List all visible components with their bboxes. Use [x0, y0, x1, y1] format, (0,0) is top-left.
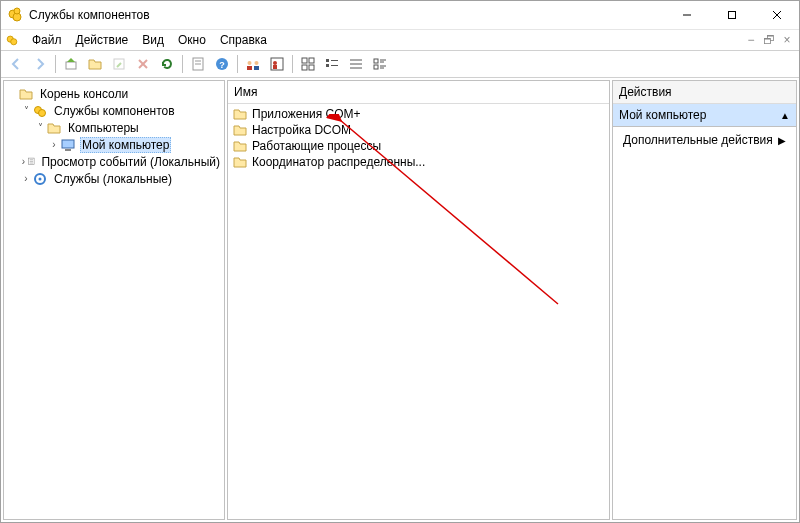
action-more-label: Дополнительные действия: [623, 133, 773, 147]
tree-row-label: Службы (локальные): [52, 172, 174, 186]
help-icon[interactable]: ?: [211, 53, 233, 75]
menu-help[interactable]: Справка: [213, 32, 274, 48]
close-button[interactable]: [754, 1, 799, 29]
svg-point-51: [39, 177, 42, 180]
details-view-icon[interactable]: [345, 53, 367, 75]
menubar: Файл Действие Вид Окно Справка − 🗗 ×: [1, 30, 799, 50]
twisty-icon[interactable]: ˅: [20, 105, 32, 116]
tree-row-label: Службы компонентов: [52, 104, 177, 118]
list-item-label: Приложения COM+: [252, 107, 361, 121]
actions-subheader[interactable]: Мой компьютер ▲: [613, 104, 796, 127]
folder-icon: [232, 122, 248, 138]
list-item[interactable]: Приложения COM+: [232, 106, 605, 122]
menu-action[interactable]: Действие: [69, 32, 136, 48]
svg-point-21: [255, 61, 259, 65]
titlebar: Службы компонентов: [1, 1, 799, 30]
folder-icon: [18, 86, 34, 102]
forward-icon[interactable]: [29, 53, 51, 75]
back-icon[interactable]: [5, 53, 27, 75]
window: Службы компонентов Файл Действие Вид Окн…: [0, 0, 800, 523]
folder-open-icon[interactable]: [84, 53, 106, 75]
tree: Корень консоли˅Службы компонентов˅Компью…: [4, 81, 224, 191]
action-more[interactable]: Дополнительные действия ▶: [613, 127, 796, 153]
tree-row[interactable]: ›Мой компьютер: [6, 136, 222, 153]
toolbar-separator: [292, 55, 293, 73]
properties-icon[interactable]: [187, 53, 209, 75]
list-header[interactable]: Имя: [228, 81, 609, 104]
twisty-icon[interactable]: ›: [48, 139, 60, 150]
tree-row-label: Мой компьютер: [80, 137, 171, 153]
icons-view-icon[interactable]: [297, 53, 319, 75]
app-icon-small: [5, 33, 19, 47]
mdi-close[interactable]: ×: [779, 32, 795, 48]
people-icon[interactable]: [242, 53, 264, 75]
svg-rect-29: [326, 59, 329, 62]
folder-icon: [232, 154, 248, 170]
list-item-label: Настройка DCOM: [252, 123, 351, 137]
svg-point-8: [11, 39, 17, 45]
twisty-icon[interactable]: ›: [20, 156, 27, 167]
tree-row[interactable]: ˅Компьютеры: [6, 119, 222, 136]
folder-icon: [46, 120, 62, 136]
delete-icon[interactable]: [132, 53, 154, 75]
svg-rect-24: [273, 65, 277, 69]
tree-row-label: Просмотр событий (Локальный): [39, 155, 222, 169]
user-view-icon[interactable]: [266, 53, 288, 75]
tree-row[interactable]: Корень консоли: [6, 85, 222, 102]
refresh-icon[interactable]: [156, 53, 178, 75]
actions-pane: Действия Мой компьютер ▲ Дополнительные …: [612, 80, 797, 520]
svg-rect-4: [728, 12, 735, 19]
tree-row[interactable]: ˅Службы компонентов: [6, 102, 222, 119]
twisty-icon[interactable]: ˅: [34, 122, 46, 133]
svg-point-23: [273, 61, 277, 65]
list-item[interactable]: Настройка DCOM: [232, 122, 605, 138]
computer-icon: [60, 137, 76, 153]
list-item[interactable]: Работающие процессы: [232, 138, 605, 154]
twisty-icon[interactable]: ›: [20, 173, 32, 184]
list-item-label: Координатор распределенны...: [252, 155, 425, 169]
list-view-icon[interactable]: [321, 53, 343, 75]
menu-window[interactable]: Окно: [171, 32, 213, 48]
mdi-restore[interactable]: 🗗: [761, 32, 777, 48]
list-item[interactable]: Координатор распределенны...: [232, 154, 605, 170]
tree-row-label: Корень консоли: [38, 87, 130, 101]
actions-subheader-label: Мой компьютер: [619, 108, 706, 122]
toolbar-separator: [182, 55, 183, 73]
mdi-minimize[interactable]: −: [743, 32, 759, 48]
tree-row-label: Компьютеры: [66, 121, 141, 135]
svg-rect-27: [302, 65, 307, 70]
svg-rect-26: [309, 58, 314, 63]
menu-view[interactable]: Вид: [135, 32, 171, 48]
window-controls: [664, 1, 799, 29]
list-item-label: Работающие процессы: [252, 139, 381, 153]
folder-icon: [232, 138, 248, 154]
tiles-view-icon[interactable]: [369, 53, 391, 75]
svg-point-2: [14, 8, 20, 14]
folder-icon: [232, 106, 248, 122]
svg-rect-31: [326, 64, 329, 67]
app-icon: [7, 7, 23, 23]
toolbar: ?: [1, 50, 799, 78]
maximize-button[interactable]: [709, 1, 754, 29]
tree-row[interactable]: ›Службы (локальные): [6, 170, 222, 187]
svg-point-43: [39, 109, 46, 116]
svg-rect-44: [62, 140, 74, 148]
toolbar-separator: [55, 55, 56, 73]
minimize-button[interactable]: [664, 1, 709, 29]
svg-rect-36: [374, 59, 378, 63]
event-viewer-icon: [27, 154, 36, 170]
list-pane: Имя Приложения COM+Настройка DCOMРаботаю…: [227, 80, 610, 520]
tree-pane: Корень консоли˅Службы компонентов˅Компью…: [3, 80, 225, 520]
svg-rect-18: [247, 66, 252, 70]
up-icon[interactable]: [60, 53, 82, 75]
menu-file[interactable]: Файл: [25, 32, 69, 48]
export-icon[interactable]: [108, 53, 130, 75]
svg-point-19: [248, 61, 252, 65]
svg-text:?: ?: [219, 60, 225, 70]
list-body: Приложения COM+Настройка DCOMРаботающие …: [228, 104, 609, 519]
body: Корень консоли˅Службы компонентов˅Компью…: [1, 78, 799, 522]
services-icon: [32, 171, 48, 187]
svg-rect-25: [302, 58, 307, 63]
component-icon: [32, 103, 48, 119]
tree-row[interactable]: ›Просмотр событий (Локальный): [6, 153, 222, 170]
